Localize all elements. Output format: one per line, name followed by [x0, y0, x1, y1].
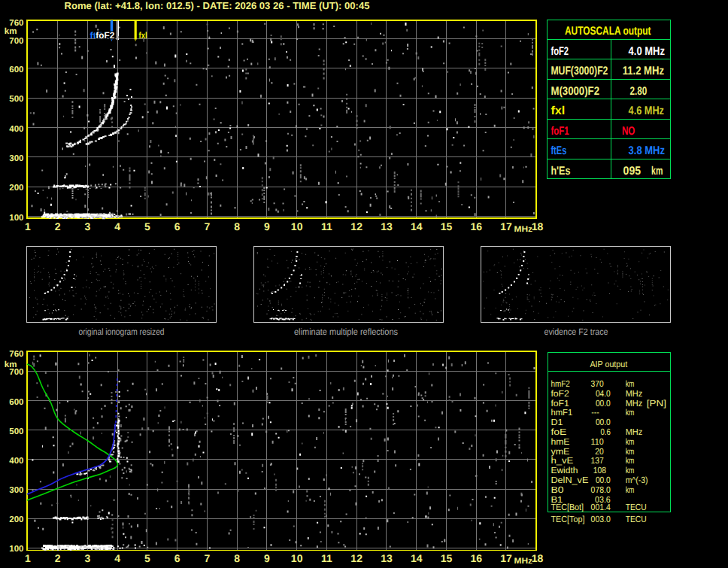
svg-text:3: 3: [84, 220, 90, 232]
svg-text:1: 1: [25, 552, 31, 564]
svg-text:095: 095: [623, 165, 642, 178]
svg-text:001.4: 001.4: [591, 502, 611, 512]
svg-text:ftEs: ftEs: [551, 144, 566, 157]
svg-text:3: 3: [84, 552, 90, 564]
svg-text:18: 18: [532, 220, 544, 232]
svg-text:700: 700: [9, 368, 23, 377]
svg-text:5: 5: [144, 220, 150, 232]
svg-text:km: km: [5, 27, 17, 36]
svg-text:11: 11: [321, 220, 332, 232]
svg-text:2: 2: [55, 552, 61, 564]
svg-text:Rome (lat: +41.8, lon: 012.5): Rome (lat: +41.8, lon: 012.5) - DATE: 20…: [65, 0, 370, 11]
svg-text:foF2: foF2: [96, 30, 114, 41]
svg-text:TECU: TECU: [626, 502, 647, 512]
svg-text:6: 6: [174, 220, 180, 232]
svg-text:1: 1: [25, 220, 31, 232]
svg-text:4.0 MHz: 4.0 MHz: [629, 45, 666, 58]
svg-text:[PN]: [PN]: [647, 398, 666, 409]
svg-text:eliminate multiple reflections: eliminate multiple reflections: [294, 327, 398, 337]
svg-text:12: 12: [350, 552, 362, 564]
svg-text:9: 9: [264, 552, 270, 564]
svg-text:foF2: foF2: [551, 45, 569, 58]
svg-text:700: 700: [9, 37, 23, 46]
svg-text:9: 9: [264, 220, 270, 232]
svg-text:AIP output: AIP output: [590, 359, 628, 369]
svg-text:2.80: 2.80: [629, 85, 647, 98]
svg-text:100: 100: [9, 214, 23, 223]
svg-text:11.2 MHz: 11.2 MHz: [623, 65, 665, 77]
svg-text:17: 17: [500, 552, 512, 564]
svg-text:15: 15: [441, 220, 453, 232]
svg-text:km: km: [626, 484, 635, 495]
svg-text:300: 300: [9, 154, 23, 163]
svg-text:TEC[Top]: TEC[Top]: [551, 514, 584, 524]
svg-text:MHz: MHz: [514, 225, 533, 234]
svg-text:300: 300: [9, 486, 23, 495]
svg-text:003.0: 003.0: [591, 514, 611, 524]
svg-text:fxl: fxl: [551, 105, 565, 117]
svg-text:NO: NO: [622, 125, 635, 138]
svg-text:18: 18: [532, 552, 544, 564]
svg-text:500: 500: [9, 95, 23, 104]
svg-text:TEC[Bot]: TEC[Bot]: [551, 502, 584, 512]
svg-text:14: 14: [411, 220, 423, 232]
svg-text:MHz: MHz: [514, 557, 533, 566]
svg-text:600: 600: [9, 398, 23, 407]
svg-text:15: 15: [441, 552, 453, 564]
svg-text:4.6 MHz: 4.6 MHz: [629, 105, 665, 117]
svg-text:16: 16: [470, 552, 482, 564]
svg-text:8: 8: [234, 552, 240, 564]
svg-text:100: 100: [9, 545, 23, 554]
svg-text:5: 5: [144, 552, 150, 564]
svg-text:17: 17: [500, 220, 512, 232]
svg-text:6: 6: [174, 552, 180, 564]
svg-text:AUTOSCALA output: AUTOSCALA output: [565, 25, 651, 38]
svg-text:evidence F2 trace: evidence F2 trace: [544, 327, 608, 337]
svg-text:km: km: [626, 407, 635, 418]
svg-text:600: 600: [9, 65, 23, 74]
svg-text:200: 200: [9, 184, 23, 193]
svg-text:400: 400: [9, 457, 23, 466]
svg-text:13: 13: [381, 552, 393, 564]
svg-text:M(3000)F2: M(3000)F2: [551, 85, 599, 98]
svg-text:16: 16: [470, 220, 482, 232]
svg-text:4: 4: [114, 552, 120, 564]
svg-text:11: 11: [321, 552, 332, 564]
svg-text:original ionogram resized: original ionogram resized: [79, 327, 165, 337]
svg-text:TECU: TECU: [626, 514, 647, 524]
svg-text:km: km: [651, 165, 663, 178]
svg-text:200: 200: [9, 515, 23, 524]
svg-text:10: 10: [291, 220, 303, 232]
svg-text:13: 13: [381, 220, 393, 232]
svg-text:400: 400: [9, 125, 23, 134]
svg-text:foF1: foF1: [551, 125, 569, 138]
svg-text:7: 7: [204, 220, 210, 232]
svg-text:4: 4: [114, 220, 120, 232]
svg-text:12: 12: [350, 220, 362, 232]
svg-text:3.8 MHz: 3.8 MHz: [629, 144, 666, 157]
svg-text:h'Es: h'Es: [551, 165, 570, 178]
svg-text:500: 500: [9, 427, 23, 436]
svg-text:7: 7: [204, 552, 210, 564]
svg-text:2: 2: [55, 220, 61, 232]
svg-text:760: 760: [9, 350, 23, 359]
svg-text:8: 8: [234, 220, 240, 232]
svg-text:fxl: fxl: [139, 30, 147, 41]
svg-text:MUF(3000)F2: MUF(3000)F2: [551, 65, 608, 77]
svg-text:14: 14: [411, 552, 423, 564]
svg-text:10: 10: [291, 552, 303, 564]
